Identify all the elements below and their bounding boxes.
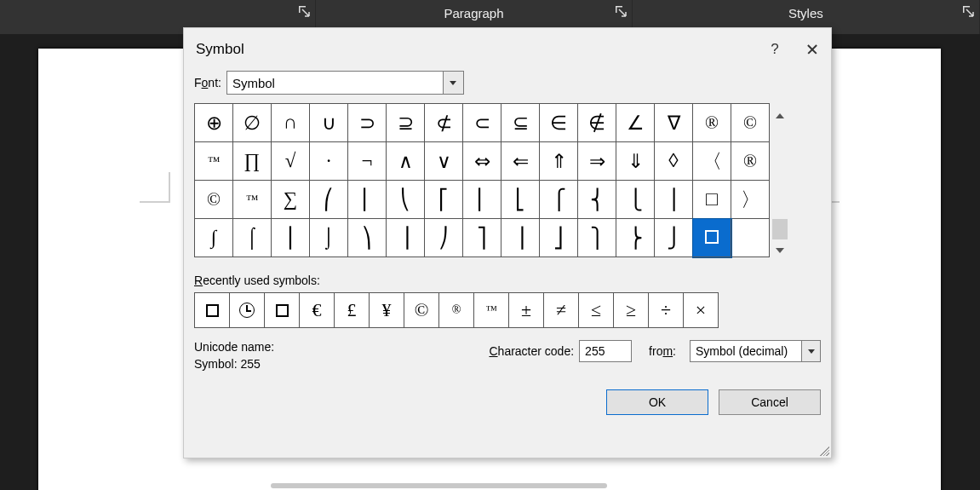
resize-grip[interactable] — [817, 444, 829, 456]
symbol-cell[interactable]: ⎛ — [310, 181, 348, 219]
symbol-cell[interactable]: ⎤ — [463, 219, 501, 257]
symbol-cell[interactable]: ⊕ — [195, 104, 233, 142]
from-input[interactable] — [690, 340, 802, 362]
symbol-cell[interactable]: ∪ — [310, 104, 348, 142]
symbol-cell[interactable]: ® — [731, 142, 770, 181]
recent-symbol-cell[interactable]: ≠ — [543, 292, 579, 328]
font-dropdown-button[interactable] — [444, 71, 464, 95]
close-button[interactable] — [794, 32, 831, 66]
symbol-cell[interactable]: ⎬ — [616, 219, 655, 257]
symbol-cell[interactable]: ™ — [195, 142, 233, 181]
symbol-cell[interactable]: ⌠ — [233, 219, 272, 257]
scroll-up-button[interactable] — [772, 108, 788, 124]
symbol-cell[interactable]: 〈 — [693, 142, 731, 181]
symbol-cell[interactable]: ⇑ — [540, 142, 578, 181]
symbol-cell[interactable]: ⎪ — [655, 181, 693, 219]
symbol-cell[interactable]: ⎨ — [578, 181, 616, 219]
recent-symbol-cell[interactable] — [194, 292, 230, 328]
symbol-cell[interactable]: ⊂ — [463, 104, 501, 142]
font-input[interactable] — [226, 71, 444, 95]
symbol-cell[interactable]: · — [310, 142, 348, 181]
recent-symbol-cell[interactable]: € — [299, 292, 335, 328]
symbol-cell[interactable]: ∧ — [387, 142, 425, 181]
symbol-cell[interactable] — [693, 219, 731, 257]
symbol-cell[interactable]: ◊ — [655, 142, 693, 181]
symbol-cell[interactable]: ⎝ — [387, 181, 425, 219]
charcode-input[interactable] — [579, 340, 632, 362]
symbol-cell[interactable]: ∨ — [425, 142, 463, 181]
recent-symbol-cell[interactable]: ≥ — [613, 292, 649, 328]
symbol-grid[interactable]: ⊕∅∩∪⊃⊇⊄⊂⊆∈∉∠∇®©™∏√·¬∧∨⇔⇐⇑⇒⇓◊〈®©™∑⎛⎜⎝⎡⎢⎣⎧… — [194, 103, 770, 257]
symbol-cell[interactable]: ∫ — [195, 219, 233, 257]
recent-symbol-cell[interactable] — [229, 292, 265, 328]
symbol-cell[interactable]: ⎡ — [425, 181, 463, 219]
help-button[interactable]: ? — [756, 32, 794, 66]
symbol-cell[interactable] — [731, 219, 770, 257]
recent-symbol-cell[interactable]: ™ — [473, 292, 509, 328]
symbol-cell[interactable]: ⎧ — [540, 181, 578, 219]
scroll-down-button[interactable] — [772, 243, 788, 258]
grid-scrollbar[interactable] — [771, 103, 788, 258]
symbol-cell[interactable]: ∉ — [578, 104, 616, 142]
ok-button[interactable]: OK — [606, 389, 708, 415]
from-combobox[interactable] — [690, 340, 821, 362]
scroll-thumb[interactable] — [772, 219, 788, 239]
symbol-cell[interactable]: ⎦ — [540, 219, 578, 257]
chevron-down-icon — [450, 81, 456, 85]
symbol-cell[interactable]: ⎜ — [348, 181, 387, 219]
symbol-cell[interactable]: ∈ — [540, 104, 578, 142]
symbol-cell[interactable]: ⎭ — [655, 219, 693, 257]
symbol-cell[interactable]: ⎠ — [425, 219, 463, 257]
charcode-label: Character code: — [489, 344, 574, 358]
symbol-cell[interactable]: ⎞ — [348, 219, 387, 257]
recent-symbol-cell[interactable]: ¥ — [369, 292, 404, 328]
symbol-cell[interactable]: ⊄ — [425, 104, 463, 142]
symbol-cell[interactable]: ∠ — [616, 104, 655, 142]
symbol-cell[interactable]: ⊇ — [387, 104, 425, 142]
symbol-cell[interactable]: ⎣ — [501, 181, 540, 219]
symbol-cell[interactable]: ⊃ — [348, 104, 387, 142]
symbol-cell[interactable]: □ — [693, 181, 731, 219]
symbol-cell[interactable]: ¬ — [348, 142, 387, 181]
symbol-cell[interactable]: ™ — [233, 181, 272, 219]
recent-symbols[interactable]: €£¥©®™±≠≤≥÷× — [194, 292, 821, 328]
symbol-cell[interactable]: ⎢ — [463, 181, 501, 219]
recent-symbol-cell[interactable]: © — [404, 292, 439, 328]
recent-symbol-cell[interactable]: ÷ — [648, 292, 684, 328]
cancel-button[interactable]: Cancel — [719, 389, 821, 415]
symbol-cell[interactable]: ® — [693, 104, 731, 142]
symbol-cell[interactable]: ∏ — [233, 142, 272, 181]
recent-symbol-cell[interactable]: ± — [508, 292, 544, 328]
symbol-cell[interactable]: ⎫ — [578, 219, 616, 257]
symbol-cell[interactable]: ∑ — [272, 181, 310, 219]
recent-symbol-cell[interactable]: £ — [334, 292, 370, 328]
symbol-cell[interactable]: 〉 — [731, 181, 770, 219]
dialog-launcher-icon[interactable] — [298, 5, 310, 17]
symbol-cell[interactable]: ⇔ — [463, 142, 501, 181]
symbol-cell[interactable]: ⎥ — [501, 219, 540, 257]
symbol-cell[interactable]: ⊆ — [501, 104, 540, 142]
symbol-cell[interactable]: ⎟ — [387, 219, 425, 257]
symbol-cell[interactable]: ⎮ — [272, 219, 310, 257]
symbol-cell[interactable]: ⇒ — [578, 142, 616, 181]
dialog-launcher-icon[interactable] — [962, 5, 974, 17]
symbol-cell[interactable]: ∇ — [655, 104, 693, 142]
symbol-cell[interactable]: ⌡ — [310, 219, 348, 257]
font-combobox[interactable] — [226, 71, 464, 95]
placeholder-icon — [705, 230, 719, 244]
symbol-cell[interactable]: ∅ — [233, 104, 272, 142]
recent-symbol-cell[interactable]: × — [683, 292, 719, 328]
symbol-cell[interactable]: ⎩ — [616, 181, 655, 219]
symbol-cell[interactable]: ⇐ — [501, 142, 540, 181]
recent-symbol-cell[interactable]: ® — [438, 292, 474, 328]
titlebar[interactable]: Symbol ? — [184, 28, 831, 71]
recent-symbol-cell[interactable] — [264, 292, 300, 328]
from-dropdown-button[interactable] — [802, 340, 821, 362]
symbol-cell[interactable]: ⇓ — [616, 142, 655, 181]
symbol-cell[interactable]: © — [731, 104, 770, 142]
symbol-cell[interactable]: √ — [272, 142, 310, 181]
dialog-launcher-icon[interactable] — [615, 5, 627, 17]
symbol-cell[interactable]: © — [195, 181, 233, 219]
symbol-cell[interactable]: ∩ — [272, 104, 310, 142]
recent-symbol-cell[interactable]: ≤ — [578, 292, 614, 328]
